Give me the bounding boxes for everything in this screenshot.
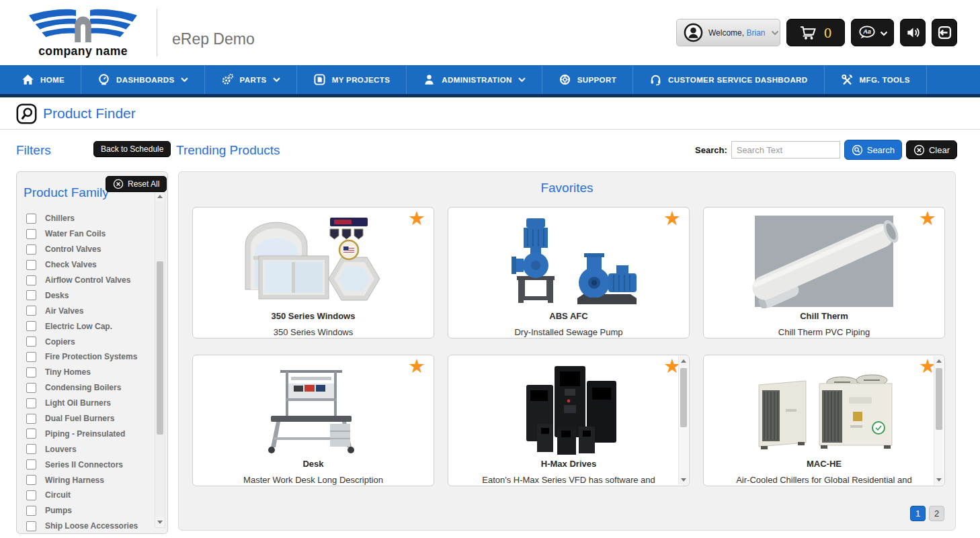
checkbox[interactable] [26,475,36,485]
scroll-up-button[interactable] [934,356,944,366]
product-card-desk[interactable]: ★ [192,355,434,486]
nav-item-parts[interactable]: PARTS [205,65,297,94]
favorite-star-icon[interactable]: ★ [663,209,681,228]
company-name-text: company name [38,44,128,58]
product-card-abs-afc[interactable]: ★ [448,207,690,339]
checkbox[interactable] [26,367,36,377]
product-name: Chill Therm [704,311,944,321]
filter-option[interactable]: Piping - Preinsulated [26,426,149,441]
card-scrollbar[interactable] [934,356,944,485]
filter-option[interactable]: Check Valves [26,257,149,273]
checkbox[interactable] [26,337,36,347]
scroll-thumb[interactable] [680,368,687,427]
product-card-mac-he[interactable]: ★ [703,355,945,486]
filter-option[interactable]: Desks [26,287,149,303]
nav-item-my-projects[interactable]: MY PROJECTS [297,65,407,94]
checkbox[interactable] [26,506,36,516]
filter-option[interactable]: Circuit [26,488,149,503]
filter-option-label: Chillers [45,214,75,223]
checkbox[interactable] [26,352,36,362]
filter-option-label: Copiers [45,337,75,347]
checkbox[interactable] [26,383,36,393]
filters-heading: Filters [16,143,51,158]
search-button[interactable]: Search [844,140,902,160]
filter-option-label: Airflow Control Valves [45,275,130,285]
nav-item-administration[interactable]: ADMINISTRATION [407,65,542,94]
reset-all-button[interactable]: Reset All [106,176,167,192]
filter-option[interactable]: Wiring Harness [26,472,149,488]
reset-all-label: Reset All [128,179,159,189]
page-button-2[interactable]: 2 [929,506,944,521]
triangle-down-icon [681,478,686,482]
nav-item-label: MFG. TOOLS [860,76,910,84]
cart-button[interactable]: 0 [786,19,845,46]
language-button[interactable]: Aa [851,19,894,46]
scroll-up-button[interactable] [155,191,165,201]
checkbox[interactable] [26,306,36,316]
filter-option[interactable]: Ship Loose Accessories [26,519,149,534]
favorite-star-icon[interactable]: ★ [919,209,936,228]
favorite-star-icon[interactable]: ★ [408,209,425,228]
checkbox[interactable] [26,490,36,500]
logout-button[interactable] [932,19,957,46]
filter-option-label: Dual Fuel Burners [45,414,114,423]
checkbox[interactable] [26,414,36,424]
product-card-chill-therm[interactable]: ★ Chill Therm C [703,207,945,339]
nav-item-customer-service-dashboard[interactable]: CUSTOMER SERVICE DASHBOARD [633,65,824,94]
filter-option-label: Wiring Harness [45,476,104,485]
header: company name eRep Demo Welcome, Brian [0,0,980,65]
scroll-down-button[interactable] [934,475,944,485]
page-button-1[interactable]: 1 [910,506,926,521]
filter-option[interactable]: Condensing Boilers [26,380,149,396]
product-card-350-series-windows[interactable]: ★ [192,207,434,339]
card-scrollbar[interactable] [678,356,688,485]
checkbox[interactable] [26,429,36,439]
filter-option[interactable]: Louvers [26,441,149,457]
product-cards-grid: ★ [192,207,945,486]
checkbox[interactable] [26,260,36,270]
search-label: Search: [695,145,727,155]
scroll-down-button[interactable] [679,475,688,485]
nav-item-support[interactable]: SUPPORT [542,65,633,94]
filter-option[interactable]: Airflow Control Valves [26,273,149,288]
checkbox[interactable] [26,321,36,331]
checkbox[interactable] [26,521,36,531]
nav-item-dashboards[interactable]: DASHBOARDS [81,65,204,94]
back-to-schedule-button[interactable]: Back to Schedule [93,141,171,157]
sound-button[interactable] [900,19,926,46]
scroll-down-button[interactable] [155,517,165,527]
checkbox[interactable] [26,290,36,300]
company-logo[interactable]: company name [24,5,142,61]
filter-option[interactable]: Air Valves [26,303,149,318]
filter-option[interactable]: Copiers [26,334,149,349]
checkbox[interactable] [26,244,36,255]
checkbox[interactable] [26,444,36,454]
checkbox[interactable] [26,229,36,239]
filter-option[interactable]: Fire Protection Systems [26,349,149,365]
favorite-star-icon[interactable]: ★ [408,357,425,376]
filter-option[interactable]: Water Fan Coils [26,226,149,242]
filter-option[interactable]: Chillers [26,211,149,226]
product-card-h-max-drives[interactable]: ★ [448,355,690,486]
nav-item-mfg-tools[interactable]: MFG. TOOLS [825,65,927,94]
filter-option[interactable]: Pumps [26,503,149,519]
checkbox[interactable] [26,275,36,285]
clear-button[interactable]: Clear [906,140,957,159]
scroll-thumb[interactable] [157,261,163,435]
checkbox[interactable] [26,459,36,469]
filter-option[interactable]: Electric Low Cap. [26,318,149,334]
filter-option[interactable]: Tiny Homes [26,365,149,380]
filter-option[interactable]: Light Oil Burners [26,396,149,411]
scroll-thumb[interactable] [936,368,942,430]
clear-button-label: Clear [929,145,950,155]
user-menu-button[interactable]: Welcome, Brian [676,19,780,46]
sidebar-scrollbar[interactable] [155,191,165,528]
scroll-up-button[interactable] [679,356,688,366]
nav-item-home[interactable]: HOME [0,65,81,94]
filter-option[interactable]: Series II Connectors [26,457,149,472]
search-input[interactable] [731,141,840,159]
filter-option[interactable]: Control Valves [26,242,149,257]
checkbox[interactable] [26,398,36,408]
checkbox[interactable] [26,214,36,224]
filter-option[interactable]: Dual Fuel Burners [26,411,149,427]
